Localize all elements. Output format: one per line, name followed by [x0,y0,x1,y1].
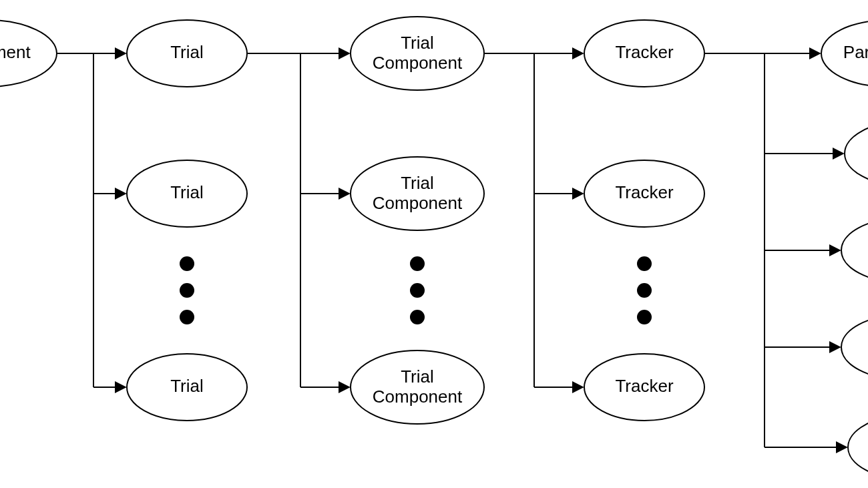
svg-point-21 [841,218,868,282]
node-trial-bottom: Trial [127,354,247,421]
svg-point-5 [180,310,194,324]
svg-point-22 [841,315,868,379]
node-trialcomp-top: Trial Component [351,17,484,90]
node-trial-mid: Trial [127,160,247,227]
svg-point-9 [410,256,425,271]
node-trial-top-label: Trial [170,42,204,62]
node-tracker-top: Tracker [584,20,704,87]
node-right-0: Parameters [821,20,868,87]
node-trialcomp-bottom: Trial Component [351,350,484,424]
node-tracker-bottom-label: Tracker [615,376,673,396]
ellipsis-col1 [180,256,194,324]
ellipsis-col3 [637,256,652,324]
svg-point-15 [637,256,652,271]
svg-point-3 [180,256,194,271]
node-right-0-label: Parameters [843,42,868,62]
node-trialcomp-top-label2: Component [373,53,463,73]
svg-point-4 [180,283,194,298]
node-right-4: Metrics [848,415,868,479]
branch-trial [300,53,349,387]
node-right-2: Outputs [841,218,868,282]
svg-point-23 [848,415,868,479]
branch-tracker [765,53,847,447]
node-experiment: Experiment [0,20,57,87]
svg-point-20 [845,121,868,186]
node-trialcomp-bottom-label1: Trial [401,367,434,387]
node-trialcomp-mid: Trial Component [351,157,484,230]
node-trial-top: Trial [127,20,247,87]
node-trialcomp-bottom-label2: Component [373,387,463,407]
diagram-canvas: Experiment Trial Trial Trial Trial Compo… [0,0,868,488]
branch-experiment [93,53,126,387]
node-right-3: Artifacts [841,315,868,379]
ellipsis-col2 [410,256,425,324]
node-trialcomp-top-label1: Trial [401,33,434,53]
node-right-1: Inputs [845,121,868,186]
svg-point-16 [637,283,652,298]
node-trial-mid-label: Trial [170,182,204,202]
node-experiment-label: Experiment [0,42,31,62]
node-trial-bottom-label: Trial [170,376,204,396]
svg-point-11 [410,310,425,324]
branch-component [534,53,583,387]
node-tracker-bottom: Tracker [584,354,704,421]
node-trialcomp-mid-label1: Trial [401,173,434,193]
node-tracker-top-label: Tracker [615,42,673,62]
svg-point-10 [410,283,425,298]
node-tracker-mid-label: Tracker [615,182,673,202]
node-tracker-mid: Tracker [584,160,704,227]
svg-point-17 [637,310,652,324]
node-trialcomp-mid-label2: Component [373,193,463,213]
